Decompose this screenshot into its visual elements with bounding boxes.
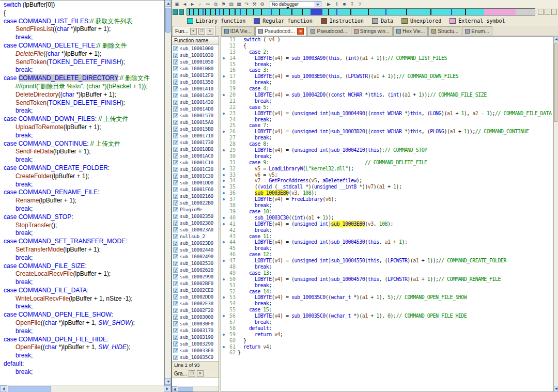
close-tab-button[interactable]: ✕ [297,28,304,35]
flag-icon[interactable]: ⚑ [220,1,227,7]
function-list-item[interactable]: fsub_10001F60 [172,186,219,193]
pseudocode-line[interactable]: 30 break; [221,153,553,160]
pseudocode-line[interactable]: 15 break; [221,61,553,68]
source-line[interactable]: break; [0,205,164,213]
step-into-icon[interactable]: ↧ [349,1,355,7]
function-list-item[interactable]: fsub_100023A0 [172,226,219,233]
pseudocode-line[interactable]: 16 case 3: [221,67,553,73]
function-list-item[interactable]: fsub_10001420 [172,92,219,99]
source-line[interactable]: ////printf("删除目录 %s\n", (char *)(bPacket… [0,83,164,91]
source-line[interactable]: OpenFile((char *)lpBuffer + 1, SW_HIDE); [0,343,164,352]
code-token[interactable]: FreeLibrary [291,196,322,202]
function-list-item[interactable]: fsub_10002490 [172,253,219,260]
function-list-item[interactable]: fsub_10002350 [172,213,219,219]
tab-ida-view[interactable]: IDA Vie... [221,26,255,36]
source-line[interactable]: SendFileData(lpBuffer + 1); [0,148,164,156]
code-token[interactable]: DeleteDirectory [16,91,58,98]
source-line[interactable]: case COMMAND_DOWN_FILES: // 上传文件 [0,115,164,123]
source-line[interactable]: DeleteFile((char *)lpBuffer + 1); [0,50,164,58]
code-token[interactable]: OpenFile [16,319,41,326]
function-list-item[interactable]: fsub_10002440 [172,246,219,253]
code-token[interactable]: DeleteFile [16,50,43,57]
function-list-item[interactable]: fsub_10001080 [172,65,219,72]
scroll-right-button[interactable] [164,385,171,392]
function-list-item[interactable]: fsub_100012F0 [172,72,219,79]
source-line[interactable]: OpenFile((char *)lpBuffer + 1, SW_SHOW); [0,319,164,327]
jump-icon[interactable]: ↷ [243,1,250,7]
graph-overview-scrollbar[interactable] [172,386,219,391]
tools-icon[interactable]: ⚒ [251,1,258,7]
source-line[interactable]: break; [0,107,164,115]
code-token[interactable]: sub_100035C0 [291,313,326,319]
function-list-item[interactable]: fsub_10002E30 [172,300,219,307]
scroll-down-button[interactable] [165,378,171,385]
function-list-item[interactable]: fsub_10001050 [172,58,219,65]
source-line[interactable]: case COMMAND_OPEN_FILE_HIDE: [0,336,164,344]
source-line[interactable]: case COMMAND_DELETE_FILE:// 删除文件 [0,42,164,50]
source-line[interactable]: case COMMAND_DELETE_DIRECTORY:// 删除文件 [0,74,164,83]
function-list-item[interactable]: fsub_10003190 [172,334,219,340]
pseudocode-line[interactable]: 37 LOBYTE(v4) = FreeLibrary(v6); [221,196,553,202]
code-token[interactable]: sub_10004570 [331,276,365,282]
source-line[interactable]: break; [0,156,164,164]
source-line[interactable]: break; [0,254,164,262]
pseudocode-line[interactable]: 18 break; [221,80,553,86]
pseudocode-line[interactable]: 28 case 8: [221,141,553,147]
pseudocode-line[interactable]: 35 ((void (__stdcall *)(unsigned __int8 … [221,184,553,190]
navband-zoom-out-button[interactable] [545,9,550,15]
pseudocode-line[interactable]: 14 LOBYTE(v4) = sub_10003A90(this, (int)… [221,55,553,61]
pseudocode-line[interactable]: 51 break; [221,283,553,289]
pseudocode-line[interactable]: 33 v6 = v5; [221,172,553,178]
source-code[interactable]: switch (lpBuffer[0]){case COMMAND_LIST_F… [0,1,164,385]
search-icon[interactable]: ⌕ [197,1,204,7]
scroll-up-button[interactable] [554,36,558,42]
pseudocode-line[interactable]: 24 break; [221,117,553,123]
navband-menu-button[interactable] [551,9,557,15]
functions-panel-tab[interactable]: Fun... ▾ ❐ ✕ [173,26,216,36]
panel-restore-icon[interactable]: ❐ [189,370,195,377]
panel-close-icon[interactable]: ✕ [207,28,213,35]
function-list-item[interactable]: fsub_10003290 [172,340,219,347]
scroll-thumb[interactable] [165,8,171,33]
function-list-item[interactable]: fPluginMe [172,206,219,213]
function-list-item[interactable]: fsub_10001570 [172,112,219,119]
code-token[interactable]: GetProcAddress [269,178,308,183]
graph-overview-tab[interactable]: Gra... ❐ ✕ [172,369,219,378]
copy-icon[interactable]: ⧉ [212,1,219,7]
navband-zoom-in-button[interactable] [538,9,544,15]
pseudocode-line[interactable]: 53 LOBYTE(v4) = sub_100035C0((wchar_t *)… [221,294,553,301]
function-list-item[interactable]: fsub_10001C10 [172,159,219,166]
function-list-item[interactable]: fsub_10002CE0 [172,287,219,293]
tab-strings[interactable]: Strings win... [351,26,393,36]
code-token[interactable]: sub_100042D0 [291,92,326,98]
source-line[interactable]: case COMMAND_SET_TRANSFER_MODE: [0,238,164,246]
navband-left-button[interactable] [173,9,178,15]
stop-debug-icon[interactable]: ■ [341,1,348,7]
source-line[interactable]: case COMMAND_CREATE_FOLDER: [0,164,164,173]
pseudocode-line[interactable]: 13 case 2: [221,49,553,55]
source-line[interactable]: break; [0,368,164,377]
code-token[interactable]: SendToken [16,58,47,66]
function-list-item[interactable]: fsub_10001410 [172,85,219,92]
code-token[interactable]: sub_10003C30 [255,215,289,221]
pseudocode-line[interactable]: 38 break; [221,202,553,209]
tab-pseudocode-1[interactable]: Pseudocod...✕ [255,26,307,36]
source-line[interactable]: case COMMAND_FILE_SIZE: [0,262,164,271]
pseudocode-line[interactable]: 46 case 12: [221,252,553,258]
graph-overview[interactable] [172,378,219,391]
code-token[interactable]: SendFilesList [16,25,53,33]
code-token[interactable]: sub_10004550 [331,258,365,263]
code-token[interactable]: Rename [16,197,39,204]
debugger-select[interactable]: No debugger [270,1,321,7]
source-line[interactable]: case COMMAND_CONTINUE: // 上传文件 [0,140,164,148]
function-list-item[interactable]: fsub_100033E0 [172,347,219,354]
function-list-item[interactable]: fsub_10002380 [172,219,219,226]
function-list-item[interactable]: fsub_10002160 [172,193,219,199]
function-list-item[interactable]: fsub_10002530 [172,260,219,266]
source-line[interactable]: CreateLocalRecvFile(lpBuffer + 1); [0,270,164,278]
function-list-item[interactable]: fsub_100035C0 [172,354,219,360]
function-list-item[interactable]: fsub_10002990 [172,273,219,280]
code-token[interactable]: sub_100035C0 [291,294,326,300]
pseudocode-line[interactable]: 55 case 15: [221,307,553,313]
function-list-item[interactable]: fsub_10002620 [172,266,219,273]
